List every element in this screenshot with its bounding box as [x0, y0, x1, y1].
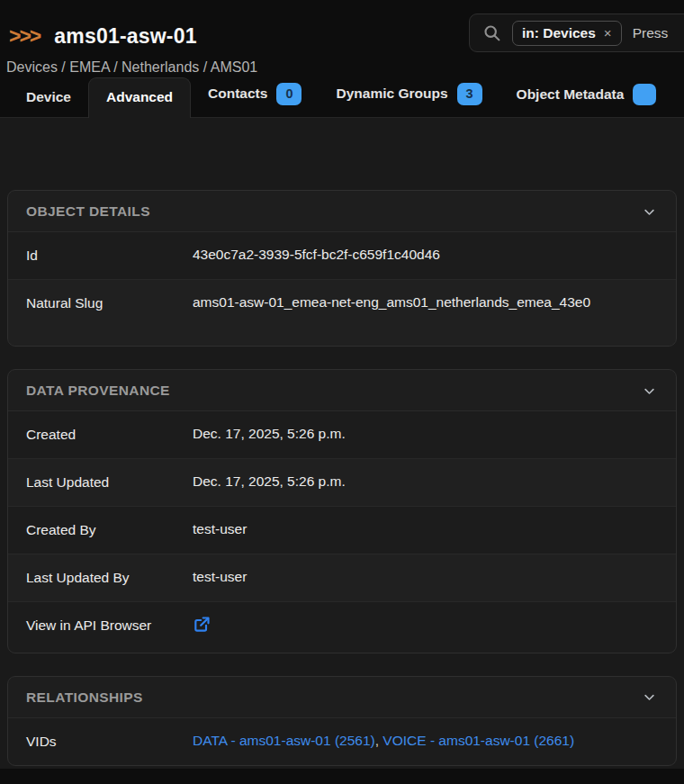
row-label: Created By — [26, 519, 193, 541]
table-row-last-updated-by: Last Updated By test-user — [8, 554, 676, 602]
row-label: Created — [26, 424, 193, 446]
global-search-input[interactable]: in: Devices × Press / — [469, 14, 684, 52]
row-value: test-user — [193, 519, 658, 539]
panel-relationships-header[interactable]: RELATIONSHIPS — [8, 677, 676, 718]
row-value: 43e0c7a2-3939-5fcf-bc2f-c659f1c40d46 — [193, 245, 658, 265]
row-label: Id — [26, 245, 193, 266]
table-row-created: Created Dec. 17, 2025, 5:26 p.m. — [8, 411, 676, 459]
table-row-id: Id 43e0c7a2-3939-5fcf-bc2f-c659f1c40d46 — [8, 232, 676, 280]
search-icon — [482, 23, 501, 42]
tab-contacts-label: Contacts — [208, 86, 267, 102]
panel-relationships: RELATIONSHIPS VIDs DATA - ams01-asw-01 (… — [7, 676, 677, 766]
tab-content: OBJECT DETAILS Id 43e0c7a2-3939-5fcf-bc2… — [0, 118, 684, 769]
tab-bar: Device Advanced Contacts 0 Dynamic Group… — [0, 76, 684, 118]
search-scope-label: in: Devices — [522, 25, 596, 41]
tab-advanced[interactable]: Advanced — [88, 77, 191, 118]
tab-dynamic-groups[interactable]: Dynamic Groups 3 — [319, 72, 499, 117]
tab-device[interactable]: Device — [9, 78, 88, 117]
row-label: VIDs — [26, 731, 193, 752]
page-title: ams01-asw-01 — [54, 24, 196, 49]
row-value: Dec. 17, 2025, 5:26 p.m. — [193, 472, 658, 491]
chip-close-icon[interactable]: × — [604, 25, 612, 41]
row-value: test-user — [193, 567, 658, 587]
row-value: ams01-asw-01_emea-net-eng_ams01_netherla… — [193, 293, 658, 312]
table-row-last-updated: Last Updated Dec. 17, 2025, 5:26 p.m. — [8, 459, 676, 507]
panel-data-provenance: DATA PROVENANCE Created Dec. 17, 2025, 5… — [7, 369, 677, 653]
row-label: Last Updated By — [26, 567, 193, 589]
chevron-down-icon[interactable] — [643, 690, 656, 704]
tab-object-metadata-label: Object Metadata — [517, 86, 625, 103]
chevron-down-icon[interactable] — [643, 384, 656, 398]
chevron-down-icon[interactable] — [643, 205, 656, 219]
page-header: >>> ams01-asw-01 in: Devices × Press / D… — [0, 0, 684, 118]
tab-contacts-badge: 0 — [276, 83, 302, 105]
panel-object-details-title: OBJECT DETAILS — [26, 203, 150, 220]
tab-dynamic-groups-badge: 3 — [457, 83, 482, 105]
row-value: Dec. 17, 2025, 5:26 p.m. — [193, 424, 658, 444]
table-row-view-in-api-browser: View in API Browser — [8, 602, 676, 652]
vid-link-data[interactable]: DATA - ams01-asw-01 (2561) — [193, 733, 375, 748]
vid-link-voice[interactable]: VOICE - ams01-asw-01 (2661) — [382, 733, 574, 748]
table-row-natural-slug: Natural Slug ams01-asw-01_emea-net-eng_a… — [8, 280, 676, 346]
panel-object-details-header[interactable]: OBJECT DETAILS — [8, 191, 676, 232]
row-value: DATA - ams01-asw-01 (2561), VOICE - ams0… — [193, 731, 658, 751]
search-scope-chip[interactable]: in: Devices × — [512, 21, 622, 46]
table-row-vids: VIDs DATA - ams01-asw-01 (2561), VOICE -… — [8, 718, 676, 765]
brand-chevrons-icon: >>> — [9, 25, 40, 47]
panel-object-details: OBJECT DETAILS Id 43e0c7a2-3939-5fcf-bc2… — [7, 190, 677, 347]
panel-relationships-title: RELATIONSHIPS — [26, 689, 143, 706]
tab-object-metadata[interactable]: Object Metadata — [500, 73, 674, 117]
row-label: Natural Slug — [26, 293, 193, 314]
tab-advanced-label: Advanced — [106, 89, 173, 105]
tab-device-label: Device — [26, 89, 71, 105]
row-label: View in API Browser — [26, 615, 193, 636]
tab-dynamic-groups-label: Dynamic Groups — [336, 86, 447, 102]
panel-data-provenance-header[interactable]: DATA PROVENANCE — [8, 370, 676, 411]
tab-object-metadata-badge — [633, 84, 656, 105]
external-link-icon[interactable] — [193, 616, 211, 634]
panel-data-provenance-title: DATA PROVENANCE — [26, 383, 170, 399]
row-value — [193, 615, 658, 639]
search-hint: Press — [633, 25, 669, 41]
tab-contacts[interactable]: Contacts 0 — [191, 72, 319, 117]
table-row-created-by: Created By test-user — [8, 507, 676, 554]
row-label: Last Updated — [26, 472, 193, 493]
